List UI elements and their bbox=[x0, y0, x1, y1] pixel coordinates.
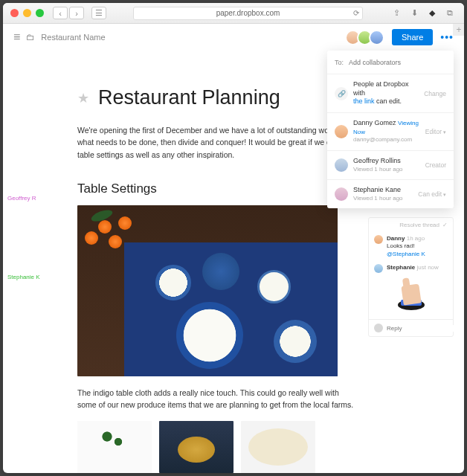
check-icon[interactable]: ✓ bbox=[442, 222, 448, 228]
link-sharing-row[interactable]: 🔗 People at Dropbox with the link can ed… bbox=[327, 74, 454, 113]
author-annotation: Geoffrey R bbox=[3, 195, 36, 202]
gallery-image[interactable] bbox=[77, 421, 152, 473]
minimize-window-icon[interactable] bbox=[23, 9, 31, 17]
collaborator-sub: danny@company.com bbox=[353, 136, 420, 144]
menu-icon[interactable]: ≡ bbox=[13, 30, 20, 44]
share-to-row[interactable]: To: bbox=[327, 51, 454, 74]
star-icon[interactable]: ★ bbox=[77, 90, 89, 106]
collaborator-name: Danny Gomez bbox=[353, 119, 396, 126]
folder-icon[interactable]: 🗀 bbox=[26, 32, 35, 42]
comment-text: Looks rad! bbox=[387, 242, 414, 249]
share-button[interactable]: Share bbox=[392, 29, 433, 45]
sidebar-toggle-icon[interactable]: ☰ bbox=[91, 7, 106, 19]
close-window-icon[interactable] bbox=[10, 9, 19, 17]
address-bar[interactable]: paper.dropbox.com ⟳ bbox=[133, 7, 363, 20]
chevron-down-icon: ▾ bbox=[443, 192, 446, 197]
collaborator-row[interactable]: Geoffrey Rollins Viewed 1 hour ago Creat… bbox=[327, 151, 454, 180]
change-link-button[interactable]: Change bbox=[424, 90, 446, 97]
link-icon: 🔗 bbox=[335, 87, 348, 100]
comment-time: just now bbox=[416, 264, 438, 271]
page-title[interactable]: Restaurant Planning bbox=[98, 86, 280, 109]
role-label: Creator bbox=[425, 161, 446, 169]
avatar bbox=[335, 158, 348, 172]
nav-back-button[interactable]: ‹ bbox=[53, 7, 68, 19]
nav-forward-button[interactable]: › bbox=[69, 7, 84, 19]
role-selector[interactable]: Can edit▾ bbox=[418, 190, 446, 198]
resolve-thread-button[interactable]: Resolve thread bbox=[399, 222, 439, 228]
chevron-down-icon: ▾ bbox=[443, 129, 446, 135]
gallery-image[interactable] bbox=[159, 421, 234, 473]
author-annotation: Stephanie K bbox=[3, 274, 40, 280]
avatar bbox=[374, 264, 383, 273]
collaborator-sub: Viewed 1 hour ago bbox=[353, 166, 420, 173]
role-selector[interactable]: Editor▾ bbox=[425, 128, 446, 135]
comment-author: Danny bbox=[387, 235, 405, 242]
comment[interactable]: Stephanie just now bbox=[369, 261, 453, 276]
link-text-link[interactable]: the link bbox=[353, 97, 375, 105]
collaborator-sub: Viewed 1 hour ago bbox=[353, 195, 413, 202]
image-gallery bbox=[77, 421, 419, 473]
collaborator-name: Stephanie Kane bbox=[353, 186, 401, 193]
more-icon[interactable]: ••• bbox=[440, 31, 454, 43]
share-icon[interactable]: ⇪ bbox=[390, 7, 403, 19]
gallery-image[interactable] bbox=[241, 421, 315, 473]
dropbox-icon[interactable]: ◆ bbox=[425, 7, 439, 19]
avatar bbox=[374, 235, 383, 244]
reply-row: ☺ bbox=[369, 319, 453, 336]
collaborator-row[interactable]: Danny Gomez Viewing Now danny@company.co… bbox=[327, 113, 454, 151]
comment[interactable]: Danny 1h ago Looks rad! @Stephanie K bbox=[369, 232, 453, 261]
browser-titlebar: ‹ › ☰ paper.dropbox.com ⟳ ⇪ ⬇ ◆ ⧉ bbox=[3, 3, 464, 24]
maximize-window-icon[interactable] bbox=[36, 9, 44, 17]
breadcrumb[interactable]: Restaurant Name bbox=[41, 33, 105, 42]
collaborator-name: Geoffrey Rollins bbox=[353, 157, 401, 164]
link-text-line2: can edit. bbox=[375, 97, 402, 105]
mention[interactable]: @Stephanie K bbox=[387, 251, 425, 257]
avatar bbox=[374, 324, 383, 332]
app-header: ≡ 🗀 Restaurant Name Share ••• bbox=[3, 24, 464, 51]
presence-avatars[interactable] bbox=[349, 30, 384, 45]
refresh-icon[interactable]: ⟳ bbox=[353, 9, 359, 17]
share-panel: To: 🔗 People at Dropbox with the link ca… bbox=[327, 51, 454, 208]
tabs-icon[interactable]: ⧉ bbox=[443, 7, 457, 19]
hero-image[interactable] bbox=[77, 205, 338, 376]
thumbs-up-sticker bbox=[369, 276, 453, 319]
downloads-icon[interactable]: ⬇ bbox=[408, 7, 421, 19]
comment-author: Stephanie bbox=[387, 264, 415, 271]
collaborator-input[interactable] bbox=[349, 59, 446, 66]
link-text-line1: People at Dropbox with bbox=[353, 80, 409, 97]
url-text: paper.dropbox.com bbox=[216, 9, 280, 17]
avatar[interactable] bbox=[369, 30, 384, 45]
collaborator-row[interactable]: Stephanie Kane Viewed 1 hour ago Can edi… bbox=[327, 180, 454, 208]
image-caption[interactable]: The indigo table cloth adds a really nic… bbox=[77, 387, 360, 411]
to-label: To: bbox=[335, 59, 344, 66]
comment-thread: Resolve thread ✓ Danny 1h ago Looks rad!… bbox=[368, 217, 454, 337]
avatar bbox=[335, 125, 348, 138]
reply-input[interactable] bbox=[387, 325, 464, 332]
comment-time: 1h ago bbox=[407, 235, 425, 242]
avatar bbox=[335, 187, 348, 201]
